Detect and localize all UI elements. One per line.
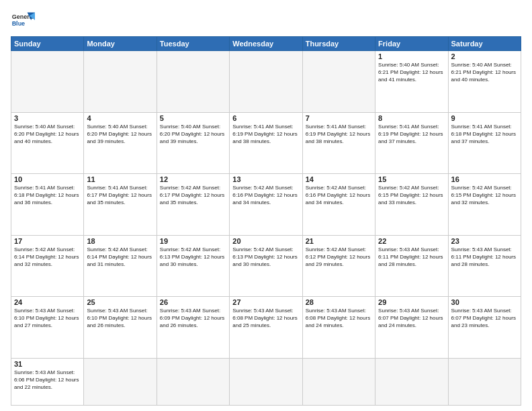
calendar-week-4: 24Sunrise: 5:43 AM Sunset: 6:10 PM Dayli… (11, 297, 521, 359)
day-number: 16 (451, 175, 518, 183)
day-info: Sunrise: 5:41 AM Sunset: 6:19 PM Dayligh… (232, 123, 299, 146)
calendar-cell: 29Sunrise: 5:43 AM Sunset: 6:07 PM Dayli… (375, 297, 448, 359)
day-info: Sunrise: 5:43 AM Sunset: 6:11 PM Dayligh… (451, 246, 518, 269)
calendar-cell: 5Sunrise: 5:40 AM Sunset: 6:20 PM Daylig… (157, 112, 229, 174)
calendar-cell: 17Sunrise: 5:42 AM Sunset: 6:14 PM Dayli… (11, 235, 84, 297)
calendar-cell: 8Sunrise: 5:41 AM Sunset: 6:19 PM Daylig… (375, 112, 448, 174)
day-number: 9 (451, 114, 518, 122)
day-number: 28 (306, 298, 372, 306)
calendar-cell (230, 358, 302, 405)
calendar-cell: 15Sunrise: 5:42 AM Sunset: 6:15 PM Dayli… (375, 174, 448, 236)
calendar-cell: 20Sunrise: 5:42 AM Sunset: 6:13 PM Dayli… (230, 235, 302, 297)
day-number: 23 (451, 237, 518, 245)
day-number: 19 (160, 237, 226, 245)
calendar-cell: 24Sunrise: 5:43 AM Sunset: 6:10 PM Dayli… (11, 297, 84, 359)
weekday-header-row: SundayMondayTuesdayWednesdayThursdayFrid… (11, 37, 521, 51)
calendar-cell: 27Sunrise: 5:43 AM Sunset: 6:08 PM Dayli… (230, 297, 302, 359)
day-number: 29 (378, 298, 445, 306)
day-number: 21 (306, 237, 372, 245)
day-number: 25 (87, 298, 153, 306)
calendar-table: SundayMondayTuesdayWednesdayThursdayFrid… (11, 36, 521, 406)
day-number: 13 (232, 175, 299, 183)
calendar-cell (375, 358, 448, 405)
day-info: Sunrise: 5:40 AM Sunset: 6:21 PM Dayligh… (378, 61, 445, 84)
calendar-cell: 6Sunrise: 5:41 AM Sunset: 6:19 PM Daylig… (230, 112, 302, 174)
calendar-cell: 26Sunrise: 5:43 AM Sunset: 6:09 PM Dayli… (157, 297, 229, 359)
day-number: 6 (232, 114, 299, 122)
calendar-cell: 30Sunrise: 5:43 AM Sunset: 6:07 PM Dayli… (448, 297, 521, 359)
day-info: Sunrise: 5:42 AM Sunset: 6:13 PM Dayligh… (232, 246, 299, 269)
day-number: 11 (87, 175, 153, 183)
calendar-header: SundayMondayTuesdayWednesdayThursdayFrid… (11, 37, 521, 51)
calendar-cell (302, 51, 375, 113)
day-number: 10 (14, 175, 81, 183)
calendar-cell: 3Sunrise: 5:40 AM Sunset: 6:20 PM Daylig… (11, 112, 84, 174)
day-number: 3 (14, 114, 81, 122)
day-info: Sunrise: 5:43 AM Sunset: 6:08 PM Dayligh… (306, 307, 372, 330)
day-info: Sunrise: 5:40 AM Sunset: 6:20 PM Dayligh… (14, 123, 81, 146)
calendar-cell: 1Sunrise: 5:40 AM Sunset: 6:21 PM Daylig… (375, 51, 448, 113)
calendar-cell: 22Sunrise: 5:43 AM Sunset: 6:11 PM Dayli… (375, 235, 448, 297)
calendar-cell (84, 51, 157, 113)
svg-text:Blue: Blue (12, 20, 26, 27)
day-number: 17 (14, 237, 81, 245)
weekday-header-monday: Monday (84, 37, 157, 51)
weekday-header-sunday: Sunday (11, 37, 84, 51)
calendar-cell: 10Sunrise: 5:41 AM Sunset: 6:18 PM Dayli… (11, 174, 84, 236)
day-info: Sunrise: 5:43 AM Sunset: 6:07 PM Dayligh… (378, 307, 445, 330)
day-info: Sunrise: 5:43 AM Sunset: 6:10 PM Dayligh… (87, 307, 153, 330)
calendar-cell (230, 51, 302, 113)
calendar-cell: 9Sunrise: 5:41 AM Sunset: 6:18 PM Daylig… (448, 112, 521, 174)
day-info: Sunrise: 5:42 AM Sunset: 6:15 PM Dayligh… (378, 184, 445, 207)
day-info: Sunrise: 5:43 AM Sunset: 6:10 PM Dayligh… (14, 307, 81, 330)
calendar-cell (11, 51, 84, 113)
calendar-cell: 16Sunrise: 5:42 AM Sunset: 6:15 PM Dayli… (448, 174, 521, 236)
day-info: Sunrise: 5:43 AM Sunset: 6:09 PM Dayligh… (160, 307, 226, 330)
day-number: 18 (87, 237, 153, 245)
day-number: 26 (160, 298, 226, 306)
day-info: Sunrise: 5:40 AM Sunset: 6:21 PM Dayligh… (451, 61, 518, 84)
calendar-cell: 19Sunrise: 5:42 AM Sunset: 6:13 PM Dayli… (157, 235, 229, 297)
day-number: 1 (378, 52, 445, 60)
calendar-cell: 28Sunrise: 5:43 AM Sunset: 6:08 PM Dayli… (302, 297, 375, 359)
day-number: 27 (232, 298, 299, 306)
day-info: Sunrise: 5:41 AM Sunset: 6:18 PM Dayligh… (14, 184, 81, 207)
calendar-cell: 2Sunrise: 5:40 AM Sunset: 6:21 PM Daylig… (448, 51, 521, 113)
calendar-cell (157, 358, 229, 405)
logo: General Blue (11, 8, 35, 32)
day-info: Sunrise: 5:40 AM Sunset: 6:20 PM Dayligh… (87, 123, 153, 146)
day-info: Sunrise: 5:43 AM Sunset: 6:07 PM Dayligh… (451, 307, 518, 330)
calendar-cell: 18Sunrise: 5:42 AM Sunset: 6:14 PM Dayli… (84, 235, 157, 297)
calendar-cell: 4Sunrise: 5:40 AM Sunset: 6:20 PM Daylig… (84, 112, 157, 174)
day-number: 14 (306, 175, 372, 183)
calendar-cell: 13Sunrise: 5:42 AM Sunset: 6:16 PM Dayli… (230, 174, 302, 236)
calendar-body: 1Sunrise: 5:40 AM Sunset: 6:21 PM Daylig… (11, 51, 521, 406)
day-number: 20 (232, 237, 299, 245)
weekday-header-friday: Friday (375, 37, 448, 51)
calendar-cell: 12Sunrise: 5:42 AM Sunset: 6:17 PM Dayli… (157, 174, 229, 236)
day-info: Sunrise: 5:43 AM Sunset: 6:11 PM Dayligh… (378, 246, 445, 269)
calendar-week-0: 1Sunrise: 5:40 AM Sunset: 6:21 PM Daylig… (11, 51, 521, 113)
day-number: 31 (14, 360, 81, 368)
day-info: Sunrise: 5:42 AM Sunset: 6:14 PM Dayligh… (14, 246, 81, 269)
day-info: Sunrise: 5:41 AM Sunset: 6:17 PM Dayligh… (87, 184, 153, 207)
day-info: Sunrise: 5:40 AM Sunset: 6:20 PM Dayligh… (160, 123, 226, 146)
day-number: 30 (451, 298, 518, 306)
header: General Blue (11, 8, 521, 32)
calendar-cell: 11Sunrise: 5:41 AM Sunset: 6:17 PM Dayli… (84, 174, 157, 236)
day-number: 8 (378, 114, 445, 122)
day-info: Sunrise: 5:42 AM Sunset: 6:14 PM Dayligh… (87, 246, 153, 269)
page: General Blue SundayMondayTuesdayWednesda… (0, 0, 532, 411)
day-number: 5 (160, 114, 226, 122)
day-number: 7 (306, 114, 372, 122)
day-number: 2 (451, 52, 518, 60)
generalblue-logo-icon: General Blue (11, 8, 35, 32)
calendar-cell (84, 358, 157, 405)
day-info: Sunrise: 5:42 AM Sunset: 6:12 PM Dayligh… (306, 246, 372, 269)
calendar-cell: 25Sunrise: 5:43 AM Sunset: 6:10 PM Dayli… (84, 297, 157, 359)
calendar-cell: 14Sunrise: 5:42 AM Sunset: 6:16 PM Dayli… (302, 174, 375, 236)
day-info: Sunrise: 5:42 AM Sunset: 6:17 PM Dayligh… (160, 184, 226, 207)
day-info: Sunrise: 5:42 AM Sunset: 6:16 PM Dayligh… (306, 184, 372, 207)
day-info: Sunrise: 5:41 AM Sunset: 6:18 PM Dayligh… (451, 123, 518, 146)
calendar-cell (448, 358, 521, 405)
